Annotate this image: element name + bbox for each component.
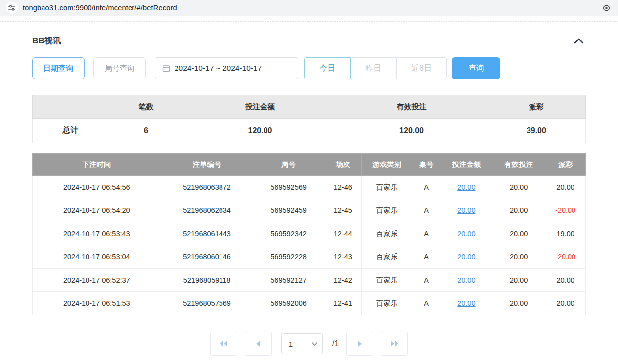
payout-cell: -20.00 — [545, 199, 586, 222]
valid-bet-cell: 20.00 — [492, 199, 545, 222]
bet-amount-link[interactable]: 20.00 — [457, 276, 475, 284]
round-id-cell: 569592228 — [253, 245, 324, 269]
payout-cell: 20.00 — [545, 176, 586, 199]
valid-bet-cell: 20.00 — [492, 176, 545, 199]
summary-payout-value: 39.00 — [487, 119, 585, 143]
bet-amount-cell: 20.00 — [441, 176, 492, 199]
bet-amount-cell: 20.00 — [441, 269, 492, 292]
session-cell: 12-42 — [324, 269, 361, 292]
next-page-button[interactable] — [346, 332, 373, 356]
header-round-id: 局号 — [253, 154, 324, 176]
order-id-cell: 521968061443 — [161, 222, 253, 245]
bet-records-table: 下注时间 注单编号 局号 场次 游戏类别 桌号 投注金额 有效投注 派彩 202… — [32, 153, 586, 315]
table-row: 2024-10-17 06:53:43 521968061443 5695923… — [33, 222, 586, 245]
bet-amount-cell: 20.00 — [441, 199, 492, 222]
header-valid-bet: 有效投注 — [492, 154, 545, 176]
bet-amount-cell: 20.00 — [441, 222, 492, 245]
filter-bar: 日期查询 局号查询 2024-10-17 ~ 2024-10-17 今日 昨日 … — [32, 57, 586, 79]
summary-bet-amount-value: 120.00 — [184, 119, 336, 143]
table-no-cell: A — [412, 176, 441, 199]
yesterday-button[interactable]: 昨日 — [350, 57, 397, 79]
first-page-button[interactable] — [210, 332, 237, 356]
table-row: 2024-10-17 06:52:37 521968059118 5695921… — [33, 269, 586, 292]
last-8-days-button[interactable]: 近8日 — [396, 57, 447, 79]
game-type-cell: 百家乐 — [361, 176, 412, 199]
site-settings-icon[interactable] — [6, 2, 18, 14]
page-select[interactable]: 1 — [281, 333, 323, 354]
today-button[interactable]: 今日 — [304, 57, 351, 79]
session-cell: 12-45 — [324, 199, 361, 222]
pagination: 1 /1 — [32, 332, 586, 356]
payout-cell: 19.00 — [545, 222, 586, 245]
game-type-cell: 百家乐 — [361, 222, 412, 245]
table-row: 2024-10-17 06:54:56 521968063872 5695925… — [33, 176, 586, 199]
search-button[interactable]: 查询 — [452, 57, 500, 79]
round-id-cell: 569592569 — [253, 176, 324, 199]
bet-amount-link[interactable]: 20.00 — [457, 253, 475, 261]
page-select-value: 1 — [289, 340, 293, 348]
date-range-picker[interactable]: 2024-10-17 ~ 2024-10-17 — [155, 57, 298, 79]
date-query-button[interactable]: 日期查询 — [32, 57, 85, 79]
payout-cell: 20.00 — [545, 269, 586, 292]
chevron-up-icon[interactable] — [572, 36, 586, 46]
prev-page-button[interactable] — [245, 332, 272, 356]
browser-address-bar: tongbao31.com:9900/infe/mcenter/#/betRec… — [0, 0, 618, 16]
bet-amount-cell: 20.00 — [441, 292, 492, 315]
header-table-no: 桌号 — [412, 154, 441, 176]
dashed-separator — [0, 21, 618, 22]
summary-table: 笔数 投注金额 有效投注 派彩 总计 6 120.00 120.00 39.00 — [32, 95, 586, 143]
header-game-type: 游戏类别 — [361, 154, 412, 176]
payout-cell: -20.00 — [545, 245, 586, 269]
eye-icon[interactable] — [600, 2, 612, 14]
bet-time-cell: 2024-10-17 06:53:43 — [33, 222, 161, 245]
summary-header-bet-amount: 投注金额 — [184, 95, 336, 119]
summary-header-empty — [33, 95, 108, 119]
order-id-cell: 521968060146 — [161, 245, 253, 269]
url-text[interactable]: tongbao31.com:9900/infe/mcenter/#/betRec… — [23, 4, 595, 12]
session-cell: 12-46 — [324, 176, 361, 199]
round-id-cell: 569592006 — [253, 292, 324, 315]
bet-amount-link[interactable]: 20.00 — [457, 299, 475, 307]
bet-record-panel: BB视讯 日期查询 局号查询 2024-10-17 ~ 2024-10-17 今… — [0, 35, 618, 356]
table-no-cell: A — [412, 269, 441, 292]
round-id-cell: 569592459 — [253, 199, 324, 222]
table-no-cell: A — [412, 222, 441, 245]
round-query-button[interactable]: 局号查询 — [93, 57, 146, 79]
game-type-cell: 百家乐 — [361, 199, 412, 222]
table-row: 2024-10-17 06:53:04 521968060146 5695922… — [33, 245, 586, 269]
summary-total-row: 总计 6 120.00 120.00 39.00 — [33, 119, 586, 143]
order-id-cell: 521968062634 — [161, 199, 253, 222]
valid-bet-cell: 20.00 — [492, 222, 545, 245]
valid-bet-cell: 20.00 — [492, 269, 545, 292]
bet-time-cell: 2024-10-17 06:51:53 — [33, 292, 161, 315]
header-session: 场次 — [324, 154, 361, 176]
game-type-cell: 百家乐 — [361, 269, 412, 292]
valid-bet-cell: 20.00 — [492, 292, 545, 315]
order-id-cell: 521968057569 — [161, 292, 253, 315]
session-cell: 12-41 — [324, 292, 361, 315]
bet-amount-link[interactable]: 20.00 — [457, 206, 475, 214]
bet-amount-cell: 20.00 — [441, 245, 492, 269]
page-total-label: /1 — [332, 339, 339, 348]
game-type-cell: 百家乐 — [361, 292, 412, 315]
payout-cell: 20.00 — [545, 292, 586, 315]
bet-amount-link[interactable]: 20.00 — [457, 183, 475, 191]
table-row: 2024-10-17 06:51:53 521968057569 5695920… — [33, 292, 586, 315]
session-cell: 12-44 — [324, 222, 361, 245]
round-id-cell: 569592127 — [253, 269, 324, 292]
table-no-cell: A — [412, 199, 441, 222]
chevron-down-icon — [312, 342, 317, 346]
page-title: BB视讯 — [32, 35, 61, 46]
order-id-cell: 521968059118 — [161, 269, 253, 292]
last-page-button[interactable] — [381, 332, 408, 356]
summary-header-row: 笔数 投注金额 有效投注 派彩 — [33, 95, 586, 119]
table-row: 2024-10-17 06:54:20 521968062634 5695924… — [33, 199, 586, 222]
game-type-cell: 百家乐 — [361, 245, 412, 269]
bet-time-cell: 2024-10-17 06:52:37 — [33, 269, 161, 292]
header-order-id: 注单编号 — [161, 154, 253, 176]
summary-total-label: 总计 — [33, 119, 108, 143]
order-id-cell: 521968063872 — [161, 176, 253, 199]
bet-amount-link[interactable]: 20.00 — [457, 230, 475, 238]
header-bet-amount: 投注金额 — [441, 154, 492, 176]
bet-time-cell: 2024-10-17 06:53:04 — [33, 245, 161, 269]
